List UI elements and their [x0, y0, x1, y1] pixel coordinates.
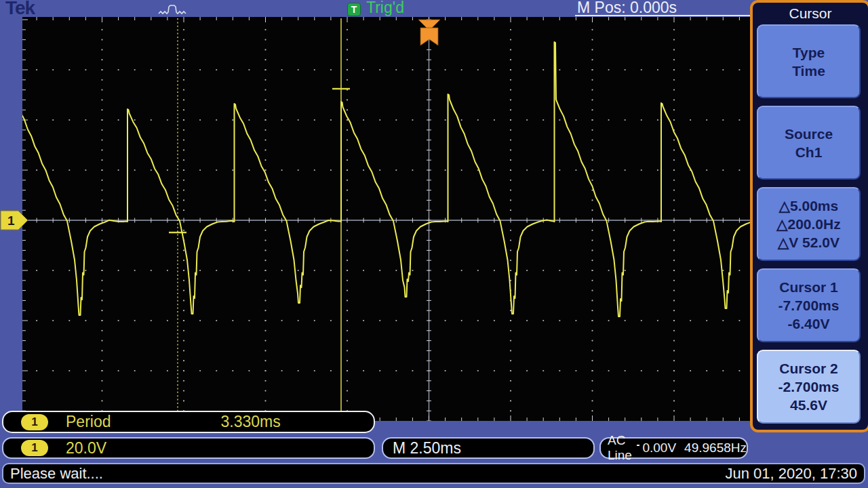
measurement-label: Period	[66, 413, 111, 431]
trigger-status-icon: T	[347, 3, 361, 16]
menu-button-line: Time	[792, 62, 825, 80]
status-bar: Please wait.... Jun 01, 2020, 17:30	[2, 463, 865, 484]
measurement-value: 3.330ms	[220, 413, 280, 431]
oscilloscope-screen: { "titlebar": { "logo": "Tek", "trigger_…	[0, 0, 868, 488]
menu-button-line: △200.0Hz	[776, 215, 840, 233]
graticule-svg	[22, 17, 750, 421]
trigger-level: 0.00V	[642, 441, 676, 455]
menu-button-line: -7.700ms	[778, 296, 840, 314]
trigger-frequency: 49.9658Hz	[684, 441, 747, 455]
menu-title: Cursor	[753, 3, 868, 24]
channel1-scale-box: 1 20.0V	[2, 437, 375, 459]
trigger-readout-box: AC Line 0.00V 49.9658Hz	[599, 437, 748, 459]
acquisition-waveform-icon	[157, 3, 189, 16]
channel1-badge: 1	[21, 414, 48, 430]
menu-button-line: Cursor 1	[779, 278, 837, 296]
channel1-marker-label: 1	[7, 214, 15, 228]
tek-logo: Tek	[5, 0, 35, 19]
menu-button-line: -2.700ms	[778, 378, 840, 396]
scope-display	[22, 17, 750, 421]
menu-button-cursor1[interactable]: Cursor 1 -7.700ms -6.40V	[757, 268, 861, 342]
menu-button-line: Ch1	[795, 143, 823, 161]
channel1-ground-marker: 1	[0, 208, 30, 232]
menu-button-line: △V 52.0V	[778, 233, 840, 251]
menu-button-cursor2[interactable]: Cursor 2 -2.700ms 45.6V	[757, 350, 861, 424]
menu-button-line: Cursor 2	[779, 359, 837, 378]
falling-edge-icon	[636, 443, 640, 454]
menu-button-line: △5.00ms	[779, 197, 838, 215]
ch1-waveform-trace	[22, 42, 750, 317]
menu-button-type[interactable]: Type Time	[757, 24, 861, 98]
cursor-menu-panel: Cursor Type Time Source Ch1 △5.00ms △200…	[750, 0, 868, 432]
mpos-underline	[575, 15, 750, 16]
channel1-scale-value: 20.0V	[66, 439, 106, 458]
timebase-value: M 2.50ms	[393, 439, 461, 458]
timebase-box: M 2.50ms	[382, 437, 595, 459]
menu-button-line: -6.40V	[788, 314, 830, 333]
channel1-badge: 1	[21, 440, 48, 456]
menu-button-line: Type	[793, 43, 825, 62]
menu-button-line: Source	[785, 125, 833, 143]
menu-button-source[interactable]: Source Ch1	[757, 106, 861, 180]
menu-button-line: 45.6V	[790, 396, 827, 414]
status-message: Please wait....	[10, 465, 103, 483]
menu-button-delta-readout[interactable]: △5.00ms △200.0Hz △V 52.0V	[757, 187, 861, 261]
trigger-status-text: Trig'd	[366, 0, 404, 17]
measurement-period-box: 1 Period 3.330ms	[2, 411, 375, 433]
date-time: Jun 01, 2020, 17:30	[726, 465, 858, 483]
trigger-source: AC Line	[608, 433, 632, 463]
